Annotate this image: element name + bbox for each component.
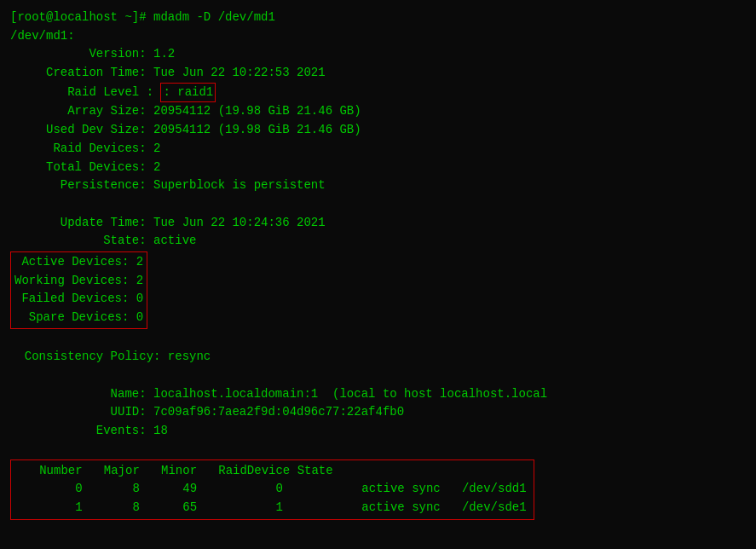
raid-level-line: Raid Level : : raid1: [10, 83, 746, 103]
raid-table-box: Number Major Minor RaidDevice State 0 8 …: [10, 459, 534, 520]
raid-level-value: : raid1: [160, 83, 216, 103]
version-line: Version: 1.2: [10, 45, 746, 64]
name-line: Name: localhost.localdomain:1 (local to …: [10, 385, 746, 404]
used-dev-size-line: Used Dev Size: 20954112 (19.98 GiB 21.46…: [10, 121, 746, 140]
events-line: Events: 18: [10, 422, 746, 441]
table-header: Number Major Minor RaidDevice State: [18, 462, 527, 481]
total-devices-line: Total Devices: 2: [10, 159, 746, 177]
blank1: [10, 195, 746, 214]
creation-time-line: Creation Time: Tue Jun 22 10:22:53 2021: [10, 64, 746, 83]
raid-devices-line: Raid Devices: 2: [10, 140, 746, 159]
working-devices-line: Working Devices: 2: [14, 272, 143, 291]
array-size-line: Array Size: 20954112 (19.98 GiB 21.46 GB…: [10, 102, 746, 121]
failed-devices-line: Failed Devices: 0: [14, 290, 143, 309]
spare-devices-line: Spare Devices: 0: [14, 309, 143, 327]
update-time-line: Update Time: Tue Jun 22 10:24:36 2021: [10, 214, 746, 233]
terminal: [root@localhost ~]# mdadm -D /dev/md1 /d…: [10, 9, 746, 520]
blank4: [10, 441, 746, 459]
persistence-line: Persistence: Superblock is persistent: [10, 176, 746, 195]
state-line: State: active: [10, 232, 746, 251]
active-devices-line: Active Devices: 2: [14, 253, 143, 272]
uuid-line: UUID: 7c09af96:7aea2f9d:04d96c77:22af4fb…: [10, 403, 746, 422]
blank3: [10, 367, 746, 385]
table-row-1: 1 8 65 1 active sync /dev/sde1: [18, 499, 527, 517]
consistency-line: Consistency Policy: resync: [10, 348, 746, 367]
device-stats-box: Active Devices: 2 Working Devices: 2 Fai…: [10, 251, 147, 329]
device-line: /dev/md1:: [10, 27, 746, 46]
table-row-0: 0 8 49 0 active sync /dev/sdd1: [18, 480, 527, 499]
blank2: [10, 330, 746, 349]
prompt-line: [root@localhost ~]# mdadm -D /dev/md1: [10, 9, 746, 27]
